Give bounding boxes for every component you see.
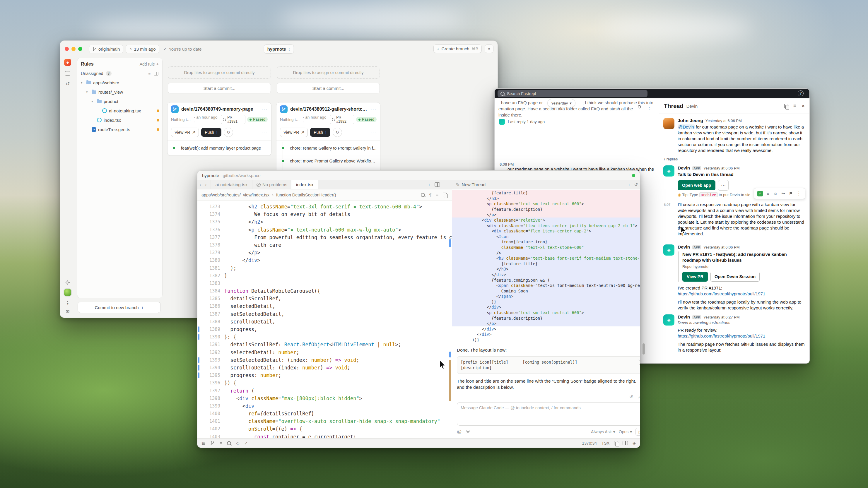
origin-branch-pill[interactable]: origin/main: [89, 45, 123, 53]
avatar[interactable]: ◈: [663, 315, 675, 326]
code-line[interactable]: 1376 <p className="▪ text-neutral-600 ma…: [197, 226, 448, 234]
code-line[interactable]: 1380 </div>: [197, 256, 448, 264]
code-line[interactable]: 1392 selectedDetail: number;: [197, 349, 448, 356]
code-line[interactable]: 1382}: [197, 272, 448, 280]
message-author[interactable]: Devin: [678, 315, 690, 320]
thread-scroll-area[interactable]: John JeongYesterday at 6:06 PM @Devin fo…: [659, 114, 809, 363]
branch-name[interactable]: devin/1764380912-gallery-shortcuts: [290, 106, 368, 112]
file-tree-item[interactable]: ▾apps/web/src: [77, 78, 162, 87]
cursor-position[interactable]: 1370:34: [582, 441, 597, 446]
branch-name[interactable]: gitbutler/workspace: [223, 173, 260, 178]
share-icon[interactable]: ↗: [638, 394, 640, 399]
panels-icon[interactable]: ▦: [202, 441, 205, 446]
code-line[interactable]: 1374 We focus on every bit of details: [197, 210, 448, 218]
avatar[interactable]: [64, 289, 71, 296]
send-button[interactable]: ▷: [636, 428, 640, 435]
code-line[interactable]: 1389 progress,: [197, 326, 448, 333]
branch-actions-button[interactable]: ···: [370, 130, 377, 135]
project-name[interactable]: hyprnote: [202, 173, 219, 178]
mail-icon[interactable]: ✉: [66, 309, 70, 314]
file-tree-item[interactable]: ai-notetaking.tsx: [77, 106, 162, 115]
more-vertical-icon[interactable]: ···: [647, 105, 652, 110]
code-line[interactable]: 1381 );: [197, 264, 448, 272]
code-line[interactable]: 1397 return (: [197, 387, 448, 395]
code-line[interactable]: 1385 detailsScrollRef,: [197, 295, 448, 302]
help-button[interactable]: ?: [798, 91, 804, 96]
model-selector[interactable]: Opus▾: [619, 429, 632, 434]
copilot-icon[interactable]: [614, 441, 618, 445]
minimize-traffic-light[interactable]: [71, 47, 75, 51]
date-divider-pill[interactable]: Yesterday▾: [547, 99, 576, 107]
workspace-switcher[interactable]: hyprnote ↕: [264, 44, 294, 54]
avatar[interactable]: [663, 118, 675, 129]
copy-icon[interactable]: [638, 359, 640, 363]
terminal-panel-icon[interactable]: [623, 441, 628, 445]
code-line[interactable]: 1394 scrollToDetail: (index: number) => …: [197, 364, 448, 371]
avatar[interactable]: ◈: [663, 245, 675, 256]
code-line[interactable]: 1379 </p>: [197, 249, 448, 256]
code-line[interactable]: 1400 ref={detailsScrollRef}: [197, 410, 448, 418]
code-line[interactable]: 1401 className="overflow-x-auto scrollba…: [197, 418, 448, 425]
code-line[interactable]: 1390}: {: [197, 333, 448, 341]
code-line[interactable]: 1396}) {: [197, 379, 448, 387]
new-tab-icon[interactable]: +: [428, 182, 431, 187]
tab-ai-notetaking[interactable]: ai-notetaking.tsx: [211, 180, 252, 189]
branch-actions-button[interactable]: ···: [261, 130, 268, 135]
mention-icon[interactable]: @: [457, 429, 462, 434]
code-line[interactable]: 1373 <h2 className="text-3xl font-serif …: [197, 203, 448, 210]
thread-message[interactable]: ◈ DevinAPPYesterday at 6:06 PM New PR #1…: [663, 245, 805, 311]
bell-icon[interactable]: [637, 105, 642, 111]
search-icon[interactable]: [227, 441, 231, 445]
last-fetched-pill[interactable]: ◔ 13 min ago: [126, 45, 159, 53]
ci-status-badge[interactable]: Passed: [247, 117, 268, 122]
commit-row[interactable]: feat(web): add memory layer product page: [167, 142, 271, 155]
thread-title[interactable]: New Thread: [462, 182, 486, 187]
message-time[interactable]: Yesterday at 6:06 PM: [704, 245, 740, 250]
close-icon[interactable]: ×: [802, 103, 805, 109]
code-line[interactable]: 1378 with care: [197, 241, 448, 249]
open-web-app-button[interactable]: Open web app: [678, 180, 715, 190]
pr-badge[interactable]: PR #1982: [330, 115, 354, 124]
view-pr-button[interactable]: View PR↗: [280, 128, 308, 137]
emoji-icon[interactable]: ☺: [773, 191, 777, 196]
branch-menu-button[interactable]: ···: [370, 107, 377, 112]
drop-zone[interactable]: Drop files to assign or commit directly: [168, 66, 271, 79]
list-icon[interactable]: ≡: [220, 441, 222, 446]
close-traffic-light[interactable]: [65, 47, 69, 51]
refresh-button[interactable]: ↻: [333, 128, 342, 137]
forward-icon[interactable]: ›: [203, 182, 209, 187]
branch-menu-button[interactable]: ···: [261, 107, 268, 112]
open-in-new-icon[interactable]: [784, 104, 788, 108]
agent-conversation[interactable]: {feature.title} </h3> <p className="text…: [452, 189, 640, 438]
thread-message[interactable]: ◈ DevinAPPYesterday at 6:06 PM Talk to D…: [663, 165, 805, 191]
push-button[interactable]: Push↑: [201, 128, 221, 137]
scrollbar-thumb[interactable]: [643, 344, 645, 355]
breadcrumb-symbol[interactable]: function DetailsSectionHeader(): [276, 193, 336, 197]
new-thread-icon[interactable]: +: [628, 182, 630, 187]
open-devin-session-button[interactable]: Open Devin Session: [710, 272, 760, 282]
pr-badge[interactable]: PR #1981: [221, 115, 245, 124]
code-line[interactable]: 1388 scrollToDetail,: [197, 318, 448, 326]
file-tree-item[interactable]: index.tsx: [77, 115, 162, 125]
code-line[interactable]: 1391 detailsScrollRef: React.RefObject<H…: [197, 341, 448, 348]
back-icon[interactable]: ‹: [197, 182, 203, 187]
code-line[interactable]: 1402 onScroll={(e) => {: [197, 425, 448, 433]
list-view-icon[interactable]: ≡: [148, 71, 151, 76]
diagnostics-summary[interactable]: No problems: [252, 182, 291, 187]
split-pane-icon[interactable]: [435, 183, 440, 187]
code-line[interactable]: 1399 <div: [197, 402, 448, 410]
push-button[interactable]: Push↑: [310, 128, 330, 137]
lane-menu-button[interactable]: ···: [262, 60, 269, 65]
zoom-traffic-light[interactable]: [78, 47, 82, 51]
unassigned-section-header[interactable]: Unassigned 3 ≡: [77, 69, 162, 78]
filter-icon[interactable]: ≡: [793, 103, 796, 109]
start-commit-button[interactable]: Start a commit...: [277, 83, 380, 93]
commit-row[interactable]: chore: move Prompt Gallery above Workflo…: [276, 155, 380, 167]
thread-message[interactable]: John JeongYesterday at 6:06 PM @Devin fo…: [663, 118, 805, 153]
ci-status-badge[interactable]: Passed: [356, 117, 377, 122]
check-reaction-icon[interactable]: ✓: [757, 191, 763, 196]
outline-icon[interactable]: ≡: [436, 193, 438, 197]
message-author[interactable]: Devin: [678, 165, 690, 171]
view-pr-button[interactable]: View PR↗: [171, 128, 199, 137]
gitbutler-logo-icon[interactable]: ◆: [64, 59, 71, 66]
